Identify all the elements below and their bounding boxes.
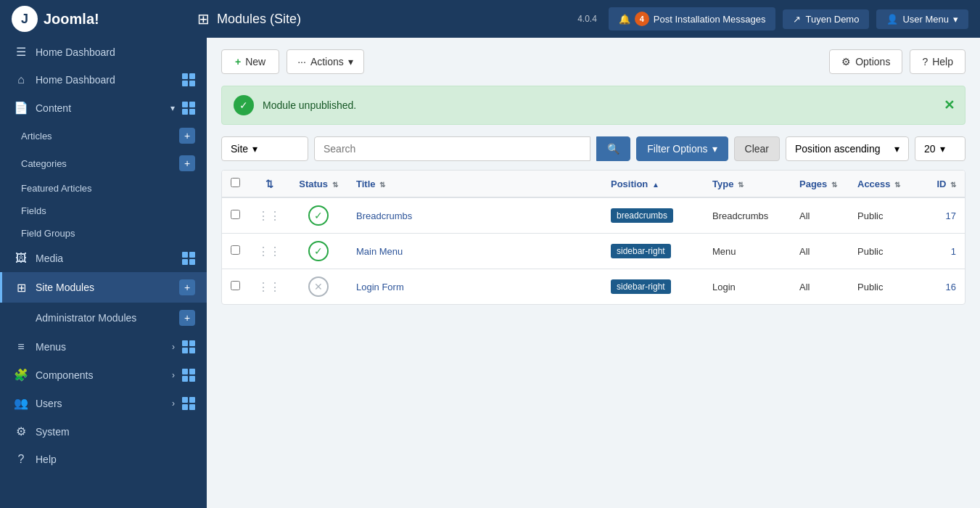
options-button[interactable]: ⚙ Options bbox=[829, 49, 902, 74]
sidebar-item-system[interactable]: ⚙ System bbox=[0, 417, 207, 446]
module-title-link[interactable]: Main Menu bbox=[356, 246, 403, 257]
content-icon: 📄 bbox=[14, 101, 28, 115]
pages-header[interactable]: Pages ⇅ bbox=[791, 171, 849, 197]
plus-icon: + bbox=[235, 56, 241, 67]
modules-icon: ⊞ bbox=[14, 281, 28, 295]
grid-icon bbox=[182, 252, 195, 265]
drag-handle-cell: ⋮⋮ bbox=[249, 234, 289, 269]
user-icon: 👤 bbox=[886, 14, 898, 25]
chevron-right-icon: › bbox=[172, 370, 175, 380]
grid-icon bbox=[182, 102, 195, 115]
chevron-right-icon: › bbox=[172, 398, 175, 409]
user-profile-button[interactable]: ↗ Tuyen Demo bbox=[783, 9, 869, 29]
pages-cell: All bbox=[791, 269, 849, 305]
status-cell[interactable]: ✓ bbox=[289, 197, 347, 234]
row-checkbox-cell[interactable] bbox=[222, 269, 249, 305]
chevron-right-icon: ▾ bbox=[170, 103, 175, 113]
row-checkbox-cell[interactable] bbox=[222, 197, 249, 234]
sidebar-item-featured-articles[interactable]: Featured Articles bbox=[12, 177, 207, 200]
clear-button[interactable]: Clear bbox=[734, 136, 780, 161]
access-cell: Public bbox=[849, 269, 921, 305]
admin-modules-add-button[interactable]: + bbox=[179, 310, 195, 326]
new-button[interactable]: + New bbox=[221, 49, 279, 74]
content-submenu: Articles + Categories + Featured Article… bbox=[0, 122, 207, 245]
position-header[interactable]: Position ▲ bbox=[602, 171, 704, 197]
id-header[interactable]: ID ⇅ bbox=[921, 171, 965, 197]
site-modules-add-button[interactable]: + bbox=[179, 279, 195, 295]
help-button[interactable]: ? Help bbox=[910, 49, 965, 74]
id-cell: 17 bbox=[921, 197, 965, 234]
type-cell: Menu bbox=[704, 234, 791, 269]
access-cell: Public bbox=[849, 234, 921, 269]
sort-select[interactable]: Position ascending ▾ bbox=[786, 136, 909, 161]
sort-icon: ⇅ bbox=[894, 181, 900, 189]
chevron-down-icon: ▾ bbox=[953, 14, 958, 25]
articles-add-button[interactable]: + bbox=[179, 128, 195, 144]
chevron-down-icon: ▾ bbox=[252, 143, 258, 155]
notifications-button[interactable]: 🔔 4 Post Installation Messages bbox=[609, 7, 776, 30]
access-header[interactable]: Access ⇅ bbox=[849, 171, 921, 197]
position-badge: sidebar-right bbox=[611, 279, 671, 294]
chevron-down-icon: ▾ bbox=[940, 143, 945, 155]
sidebar-item-fields[interactable]: Fields bbox=[12, 200, 207, 222]
search-input[interactable] bbox=[314, 136, 590, 161]
drag-handle-icon: ⋮⋮ bbox=[258, 245, 281, 258]
sidebar-item-articles[interactable]: Articles + bbox=[12, 122, 207, 149]
row-checkbox[interactable] bbox=[231, 245, 240, 255]
sidebar-item-toggle-menu[interactable]: ☰ Home Dashboard bbox=[0, 38, 207, 66]
sidebar-item-home-dashboard[interactable]: ⌂ Home Dashboard bbox=[0, 66, 207, 94]
access-cell: Public bbox=[849, 197, 921, 234]
sidebar-item-components[interactable]: 🧩 Components › bbox=[0, 361, 207, 389]
chevron-down-icon: ▾ bbox=[348, 56, 353, 67]
user-menu-button[interactable]: 👤 User Menu ▾ bbox=[876, 9, 968, 29]
count-select[interactable]: 20 ▾ bbox=[915, 136, 965, 161]
type-cell: Breadcrumbs bbox=[704, 197, 791, 234]
main-content: + New ··· Actions ▾ ⚙ Options ? Help ✓ M… bbox=[207, 38, 980, 508]
sidebar-item-site-modules[interactable]: ⊞ Site Modules + bbox=[0, 272, 207, 303]
type-cell: Login bbox=[704, 269, 791, 305]
title-cell: Main Menu bbox=[347, 234, 602, 269]
site-filter-select[interactable]: Site ▾ bbox=[221, 136, 308, 161]
module-id-link[interactable]: 1 bbox=[951, 246, 956, 257]
type-header[interactable]: Type ⇅ bbox=[704, 171, 791, 197]
actions-button[interactable]: ··· Actions ▾ bbox=[287, 49, 364, 74]
chevron-down-icon: ▾ bbox=[894, 143, 899, 155]
sort-icon: ⇅ bbox=[950, 181, 956, 189]
module-id-link[interactable]: 17 bbox=[946, 210, 956, 221]
title-header[interactable]: Title ⇅ bbox=[347, 171, 602, 197]
unpublished-icon[interactable]: ✕ bbox=[308, 276, 329, 297]
status-header[interactable]: Status ⇅ bbox=[289, 171, 347, 197]
sidebar-item-media[interactable]: 🖼 Media bbox=[0, 245, 207, 272]
sidebar-item-content[interactable]: 📄 Content ▾ bbox=[0, 94, 207, 122]
module-title-link[interactable]: Breadcrumbs bbox=[356, 210, 412, 221]
row-checkbox-cell[interactable] bbox=[222, 234, 249, 269]
published-icon[interactable]: ✓ bbox=[308, 241, 329, 261]
sort-icon: ⇅ bbox=[831, 181, 837, 189]
system-icon: ⚙ bbox=[14, 425, 28, 438]
sidebar-item-users[interactable]: 👥 Users › bbox=[0, 389, 207, 417]
search-icon: 🔍 bbox=[607, 143, 619, 155]
table-row: ⋮⋮ ✕ Login Form sidebar-right Login All bbox=[222, 269, 965, 305]
select-all-checkbox[interactable] bbox=[231, 178, 240, 187]
categories-add-button[interactable]: + bbox=[179, 155, 195, 171]
sidebar-item-administrator-modules[interactable]: Administrator Modules + bbox=[0, 303, 207, 333]
status-cell[interactable]: ✓ bbox=[289, 234, 347, 269]
module-id-link[interactable]: 16 bbox=[946, 282, 956, 292]
select-all-header[interactable] bbox=[222, 171, 249, 197]
chevron-down-icon: ▾ bbox=[712, 143, 717, 155]
module-title-link[interactable]: Login Form bbox=[356, 282, 404, 292]
sidebar-item-categories[interactable]: Categories + bbox=[12, 149, 207, 177]
search-button[interactable]: 🔍 bbox=[596, 136, 630, 161]
status-cell[interactable]: ✕ bbox=[289, 269, 347, 305]
notification-count: 4 bbox=[635, 12, 649, 26]
row-checkbox[interactable] bbox=[231, 210, 240, 219]
alert-close-button[interactable]: ✕ bbox=[944, 97, 955, 113]
row-checkbox[interactable] bbox=[231, 281, 240, 290]
sidebar-item-help[interactable]: ? Help bbox=[0, 446, 207, 473]
sidebar-item-menus[interactable]: ≡ Menus › bbox=[0, 333, 207, 361]
grid-icon bbox=[182, 340, 195, 353]
filter-options-button[interactable]: Filter Options ▾ bbox=[636, 136, 728, 161]
sidebar-item-field-groups[interactable]: Field Groups bbox=[12, 222, 207, 245]
published-icon[interactable]: ✓ bbox=[308, 205, 329, 226]
topbar-actions: 🔔 4 Post Installation Messages ↗ Tuyen D… bbox=[609, 7, 968, 30]
